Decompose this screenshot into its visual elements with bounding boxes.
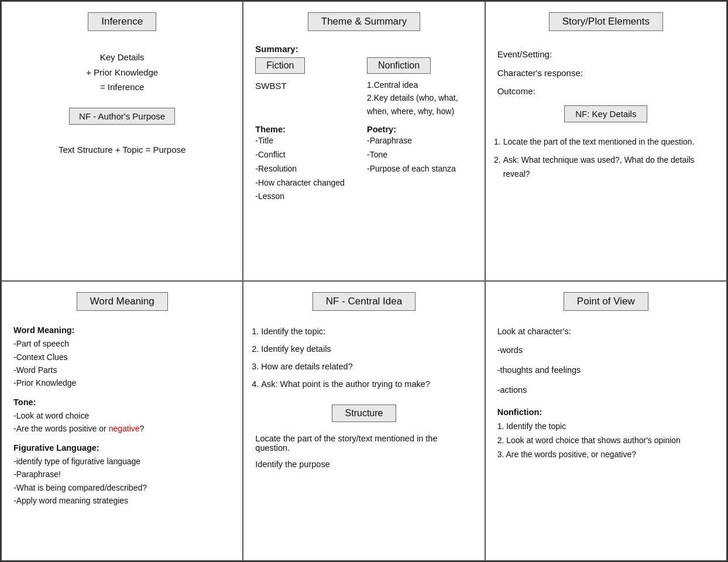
nf-central-idea-title: NF - Central Idea (313, 292, 415, 311)
inference-formula: Key Details+ Prior Knowledge= Inference (13, 50, 231, 95)
authors-purpose-title: NF - Author's Purpose (69, 108, 175, 125)
swbst-label: SWBST (255, 78, 361, 91)
story-item-1: Event/Setting: (497, 45, 715, 64)
summary-label: Summary: (255, 44, 472, 54)
fiction-box: Fiction (255, 57, 305, 74)
poetry-item-2: -Tone (367, 148, 473, 162)
pov-nf-step-3: 3. Are the words positive, or negative? (497, 448, 715, 462)
story-plot-cell: Story/Plot Elements Event/Setting: Chara… (485, 1, 727, 281)
nf-step-2: Identify key details (261, 341, 472, 357)
key-detail-1: Locate the part of the text mentioned in… (503, 135, 715, 149)
fig-item-4: -Apply word meaning strategies (13, 494, 231, 507)
key-details-list: Locate the part of the text mentioned in… (497, 135, 715, 181)
tone-item-1: -Look at word choice (13, 409, 231, 422)
theme-item-3: -Resolution (255, 162, 361, 176)
story-item-2: Character's response: (497, 64, 715, 83)
pov-item-thoughts: -thoughts and feelings (497, 362, 715, 378)
word-meaning-header: Word Meaning (13, 292, 231, 319)
nf-central-idea-list: Identify the topic: Identify key details… (255, 324, 472, 392)
nf-step-1: Identify the topic: (261, 324, 472, 339)
main-grid: Inference Key Details+ Prior Knowledge= … (0, 0, 728, 562)
pov-nonfiction-steps: 1. Identify the topic 2. Look at word ch… (497, 420, 715, 461)
key-detail-2: Ask: What technique was used?, What do t… (503, 153, 715, 181)
nf-step-3: How are details related? (261, 359, 472, 374)
wm-items: -Part of speech -Context Clues -Word Par… (13, 337, 231, 390)
negative-word: negative (109, 424, 140, 433)
summary-top: Fiction SWBST Nonfiction 1.Central idea … (255, 57, 472, 118)
nf-central-idea-cell: NF - Central Idea Identify the topic: Id… (243, 281, 485, 561)
nf-step-4: Ask: What point is the author trying to … (261, 376, 472, 392)
point-of-view-title: Point of View (564, 292, 648, 311)
poetry-col: Poetry: -Paraphrase -Tone -Purpose of ea… (361, 125, 473, 204)
word-meaning-content: Word Meaning: -Part of speech -Context C… (13, 324, 231, 507)
structure-text1: Locate the part of the story/text mentio… (255, 434, 472, 453)
theme-poetry-section: Theme: -Title -Conflict -Resolution -How… (255, 125, 472, 204)
pov-items: -words -thoughts and feelings -actions (497, 342, 715, 397)
nonfiction-box: Nonfiction (367, 57, 431, 74)
tone-item-2: -Are the words positive or negative? (13, 422, 231, 435)
theme-col: Theme: -Title -Conflict -Resolution -How… (255, 125, 361, 204)
pov-item-actions: -actions (497, 382, 715, 397)
structure-text2: Identify the purpose (255, 460, 472, 469)
word-meaning-title: Word Meaning (77, 292, 168, 311)
nf-key-details-title: NF: Key Details (564, 105, 647, 122)
fig-item-3: -What is being compared/described? (13, 481, 231, 494)
wm-item-2: -Context Clues (13, 351, 231, 364)
poetry-list: -Paraphrase -Tone -Purpose of each stanz… (367, 134, 473, 176)
wm-item-4: -Prior Knowledge (13, 376, 231, 389)
story-items: Event/Setting: Character's response: Out… (497, 45, 715, 101)
figurative-label: Figurative Language: (13, 441, 231, 455)
pov-nonfiction-label: Nonfiction: (497, 405, 715, 420)
poetry-item-1: -Paraphrase (367, 134, 473, 148)
nonfiction-item-1: 1.Central idea (367, 78, 473, 91)
story-item-3: Outcome: (497, 82, 715, 101)
fiction-col: Fiction SWBST (255, 57, 361, 118)
word-meaning-cell: Word Meaning Word Meaning: -Part of spee… (1, 281, 243, 561)
nonfiction-list: 1.Central idea 2.Key details (who, what,… (367, 78, 473, 118)
wm-item-3: -Word Parts (13, 364, 231, 376)
pov-look-at: Look at character's: (497, 324, 715, 339)
theme-item-2: -Conflict (255, 148, 361, 162)
tone-items: -Look at word choice -Are the words posi… (13, 409, 231, 436)
pov-content: Look at character's: -words -thoughts an… (497, 324, 715, 462)
wm-label: Word Meaning: (13, 324, 231, 337)
nf-central-idea-header: NF - Central Idea (255, 292, 472, 319)
story-plot-title: Story/Plot Elements (549, 12, 663, 31)
theme-summary-cell: Theme & Summary Summary: Fiction SWBST N… (243, 1, 485, 281)
pov-nf-step-1: 1. Identify the topic (497, 420, 715, 434)
poetry-item-3: -Purpose of each stanza (367, 162, 473, 176)
point-of-view-header: Point of View (497, 292, 715, 319)
inference-header: Inference (13, 12, 231, 39)
theme-item-1: -Title (255, 134, 361, 148)
pov-item-words: -words (497, 342, 715, 358)
tone-label: Tone: (13, 396, 231, 409)
theme-summary-title: Theme & Summary (308, 12, 420, 31)
fig-item-1: -identify type of figurative language (13, 455, 231, 468)
theme-item-4: -How character changed (255, 176, 361, 190)
story-plot-header: Story/Plot Elements (497, 12, 715, 39)
pov-nf-step-2: 2. Look at word choice that shows author… (497, 434, 715, 448)
structure-title: Structure (332, 405, 397, 422)
purpose-formula: Text Structure + Topic = Purpose (13, 145, 231, 155)
nonfiction-item-2: 2.Key details (who, what, when, where, w… (367, 91, 473, 118)
theme-label: Theme: (255, 125, 361, 134)
theme-list: -Title -Conflict -Resolution -How charac… (255, 134, 361, 204)
nonfiction-col: Nonfiction 1.Central idea 2.Key details … (361, 57, 473, 118)
poetry-label: Poetry: (367, 125, 473, 134)
figurative-items: -identify type of figurative language -P… (13, 455, 231, 508)
theme-item-5: -Lesson (255, 190, 361, 204)
wm-item-1: -Part of speech (13, 337, 231, 350)
inference-title: Inference (88, 12, 156, 31)
inference-cell: Inference Key Details+ Prior Knowledge= … (1, 1, 243, 281)
fig-item-2: -Paraphrase! (13, 468, 231, 481)
point-of-view-cell: Point of View Look at character's: -word… (485, 281, 727, 561)
theme-summary-header: Theme & Summary (255, 12, 472, 39)
